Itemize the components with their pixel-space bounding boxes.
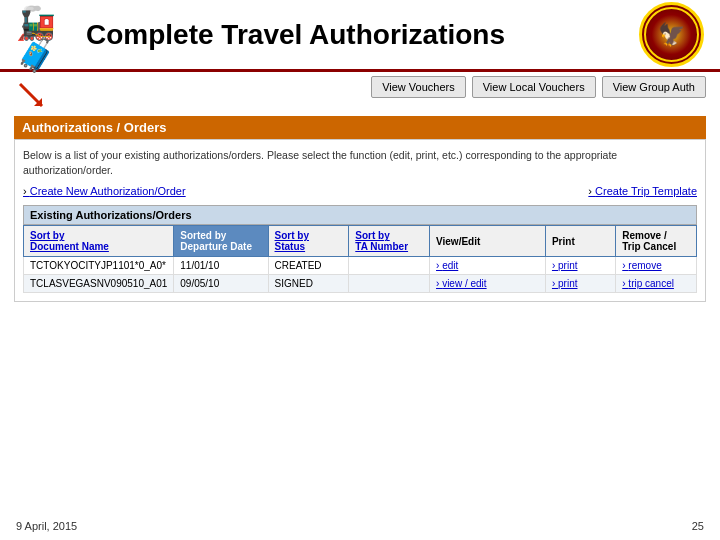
cell-dep-date-2: 09/05/10 [174, 275, 268, 293]
table-row: TCTOKYOCITYJP1101*0_A0* 11/01/10 CREATED… [24, 257, 697, 275]
view-vouchers-button[interactable]: View Vouchers [371, 76, 466, 98]
col-header-view-edit: View/Edit [430, 226, 546, 257]
view-group-auth-button[interactable]: View Group Auth [602, 76, 706, 98]
cell-view-edit-2[interactable]: view / edit [430, 275, 546, 293]
view-edit-link-2[interactable]: view / edit [436, 278, 487, 289]
links-row: Create New Authorization/Order Create Tr… [23, 185, 697, 197]
page-title: Complete Travel Authorizations [86, 19, 639, 51]
eagle-icon: 🦅 [658, 22, 685, 48]
col-header-departure[interactable]: Sorted byDeparture Date [174, 226, 268, 257]
cell-remove-1[interactable]: remove [616, 257, 697, 275]
train-icon: 🚂🧳 [16, 5, 56, 73]
col-header-doc-name[interactable]: Sort byDocument Name [24, 226, 174, 257]
seal-inner: 🦅 [644, 7, 699, 62]
edit-link-1[interactable]: edit [436, 260, 458, 271]
cell-view-edit-1[interactable]: edit [430, 257, 546, 275]
section-title: Authorizations / Orders [22, 120, 166, 135]
footer-date: 9 April, 2015 [16, 520, 77, 532]
cell-dep-date-1: 11/01/10 [174, 257, 268, 275]
section-header: Authorizations / Orders [14, 116, 706, 139]
cell-doc-name-1: TCTOKYOCITYJP1101*0_A0* [24, 257, 174, 275]
table-row: TCLASVEGASNV090510_A01 09/05/10 SIGNED v… [24, 275, 697, 293]
col-header-ta[interactable]: Sort byTA Number [349, 226, 430, 257]
print-link-1[interactable]: print [552, 260, 578, 271]
col-header-remove: Remove /Trip Cancel [616, 226, 697, 257]
content-box: Below is a list of your existing authori… [14, 139, 706, 302]
cell-status-1: CREATED [268, 257, 349, 275]
arrow-indicator [14, 78, 48, 112]
remove-link-1[interactable]: remove [622, 260, 661, 271]
trip-cancel-link-2[interactable]: trip cancel [622, 278, 674, 289]
top-buttons-row: View Vouchers View Local Vouchers View G… [371, 76, 706, 98]
footer-page: 25 [692, 520, 704, 532]
usmc-seal: 🦅 [639, 2, 704, 67]
col-header-print: Print [545, 226, 615, 257]
existing-orders-header: Existing Authorizations/Orders [23, 205, 697, 225]
create-trip-template-link[interactable]: Create Trip Template [588, 185, 697, 197]
cell-doc-name-2: TCLASVEGASNV090510_A01 [24, 275, 174, 293]
header-logo: 🚂🧳 [16, 7, 86, 62]
create-new-auth-link[interactable]: Create New Authorization/Order [23, 185, 186, 197]
main-content: View Vouchers View Local Vouchers View G… [0, 72, 720, 314]
col-header-status[interactable]: Sort byStatus [268, 226, 349, 257]
info-text: Below is a list of your existing authori… [23, 148, 697, 177]
cell-ta-2 [349, 275, 430, 293]
cell-status-2: SIGNED [268, 275, 349, 293]
footer: 9 April, 2015 25 [16, 520, 704, 532]
cell-print-1[interactable]: print [545, 257, 615, 275]
orders-table: Sort byDocument Name Sorted byDeparture … [23, 225, 697, 293]
view-local-vouchers-button[interactable]: View Local Vouchers [472, 76, 596, 98]
cell-ta-1 [349, 257, 430, 275]
header: 🚂🧳 Complete Travel Authorizations 🦅 [0, 0, 720, 72]
cell-print-2[interactable]: print [545, 275, 615, 293]
cell-remove-2[interactable]: trip cancel [616, 275, 697, 293]
print-link-2[interactable]: print [552, 278, 578, 289]
